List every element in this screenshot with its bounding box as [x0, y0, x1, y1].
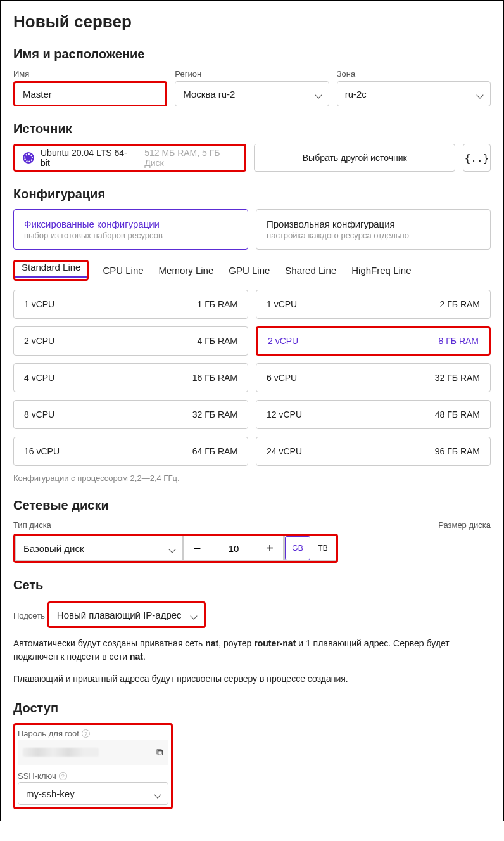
disk-size-input[interactable] — [211, 536, 256, 560]
chevron-down-icon — [170, 543, 175, 554]
tab-shared-line[interactable]: Shared Line — [284, 260, 337, 281]
flavor-ram: 32 ГБ RAM — [435, 373, 480, 383]
flavor-cpu: 12 vCPU — [267, 409, 302, 420]
disk-size-label: Размер диска — [438, 520, 491, 530]
chevron-down-icon — [191, 610, 196, 620]
section-network: Сеть — [13, 578, 491, 593]
name-label: Имя — [13, 69, 167, 79]
ssh-key-label: SSH-ключ ? — [18, 771, 168, 781]
unit-gb[interactable]: GB — [285, 536, 310, 560]
disk-size-plus[interactable]: + — [256, 536, 284, 560]
name-input[interactable]: Master — [13, 81, 167, 106]
flavor-ram: 4 ГБ RAM — [198, 336, 237, 346]
unit-tb[interactable]: ТВ — [310, 536, 336, 560]
flavor-option[interactable]: 1 vCPU2 ГБ RAM — [256, 290, 491, 319]
disk-type-select[interactable]: Базовый диск — [15, 536, 183, 561]
tab-memory-line[interactable]: Memory Line — [158, 260, 215, 281]
zone-label: Зона — [337, 69, 491, 79]
chevron-down-icon — [155, 788, 160, 799]
flavor-option[interactable]: 12 vCPU48 ГБ RAM — [256, 400, 491, 429]
flavor-cpu: 1 vCPU — [24, 299, 54, 309]
flavor-ram: 16 ГБ RAM — [192, 373, 237, 383]
tab-standard-line[interactable]: Standard Line — [15, 257, 87, 278]
flavor-option[interactable]: 8 vCPU32 ГБ RAM — [13, 400, 248, 429]
ubuntu-icon — [23, 152, 34, 164]
root-password-label: Пароль для root ? — [18, 729, 168, 738]
source-reqs: 512 МБ RAM, 5 ГБ Диск — [144, 148, 237, 168]
chevron-down-icon — [316, 89, 321, 100]
tab-cpu-line[interactable]: CPU Line — [101, 260, 144, 281]
section-access: Доступ — [13, 701, 491, 716]
source-os: Ubuntu 20.04 LTS 64-bit — [41, 148, 132, 168]
flavor-ram: 96 ГБ RAM — [435, 446, 480, 456]
help-icon[interactable]: ? — [82, 729, 90, 738]
region-select[interactable]: Москва ru-2 — [175, 81, 329, 106]
flavor-option[interactable]: 2 vCPU8 ГБ RAM — [256, 326, 491, 356]
disk-size-minus[interactable]: − — [184, 536, 211, 560]
flavor-cpu: 8 vCPU — [24, 409, 54, 420]
config-custom-card[interactable]: Произвольная конфигурация настройка кажд… — [256, 209, 491, 250]
flavor-tabs: Standard Line CPU Line Memory Line GPU L… — [13, 260, 491, 281]
tab-gpu-line[interactable]: GPU Line — [227, 260, 271, 281]
copy-icon[interactable]: ⧉ — [156, 747, 163, 758]
flavor-ram: 32 ГБ RAM — [192, 409, 237, 420]
subnet-select[interactable]: Новый плавающий IP-адрес — [49, 603, 204, 626]
source-selected[interactable]: Ubuntu 20.04 LTS 64-bit 512 МБ RAM, 5 ГБ… — [13, 144, 246, 172]
help-icon[interactable]: ? — [59, 772, 67, 780]
flavor-option[interactable]: 4 vCPU16 ГБ RAM — [13, 363, 248, 392]
flavor-option[interactable]: 24 vCPU96 ГБ RAM — [256, 437, 491, 466]
config-fixed-card[interactable]: Фиксированные конфигурации выбор из гото… — [13, 209, 248, 250]
flavor-option[interactable]: 2 vCPU4 ГБ RAM — [13, 326, 248, 356]
section-name-location: Имя и расположение — [13, 47, 491, 61]
section-configuration: Конфигурация — [13, 187, 491, 202]
source-json-button[interactable]: {..} — [463, 144, 491, 172]
flavor-option[interactable]: 16 vCPU64 ГБ RAM — [13, 437, 248, 466]
flavor-ram: 8 ГБ RAM — [439, 336, 479, 346]
zone-select[interactable]: ru-2c — [337, 81, 491, 106]
flavor-option[interactable]: 1 vCPU1 ГБ RAM — [13, 290, 248, 319]
flavor-ram: 48 ГБ RAM — [435, 409, 480, 420]
flavor-cpu: 2 vCPU — [268, 336, 298, 346]
flavor-option[interactable]: 6 vCPU32 ГБ RAM — [256, 363, 491, 392]
flavor-ram: 1 ГБ RAM — [198, 299, 237, 309]
flavor-cpu: 24 vCPU — [267, 446, 302, 456]
disk-size-stepper: − + — [183, 536, 284, 561]
choose-other-source-button[interactable]: Выбрать другой источник — [254, 144, 455, 172]
flavor-ram: 2 ГБ RAM — [440, 299, 480, 309]
subnet-label: Подсеть — [13, 611, 45, 620]
root-password-value — [23, 748, 99, 757]
region-label: Регион — [175, 69, 329, 79]
section-source: Источник — [13, 122, 491, 136]
flavor-cpu: 2 vCPU — [24, 336, 54, 346]
network-info-1: Автоматически будут созданы приватная се… — [13, 637, 491, 664]
flavor-note: Конфигурации с процессором 2,2—2,4 ГГц. — [13, 473, 491, 483]
flavor-ram: 64 ГБ RAM — [192, 446, 237, 456]
network-info-2: Плавающий и приватный адреса будут присв… — [13, 672, 491, 686]
section-disks: Сетевые диски — [13, 498, 491, 513]
chevron-down-icon — [477, 89, 482, 100]
ssh-key-select[interactable]: my-ssh-key — [18, 782, 168, 805]
page-title: Новый сервер — [13, 12, 491, 32]
flavor-cpu: 6 vCPU — [267, 373, 297, 383]
flavor-cpu: 16 vCPU — [24, 446, 60, 456]
disk-type-label: Тип диска — [13, 520, 431, 530]
tab-highfreq-line[interactable]: HighFreq Line — [350, 260, 412, 281]
flavor-cpu: 4 vCPU — [24, 373, 54, 383]
flavor-cpu: 1 vCPU — [267, 299, 297, 309]
